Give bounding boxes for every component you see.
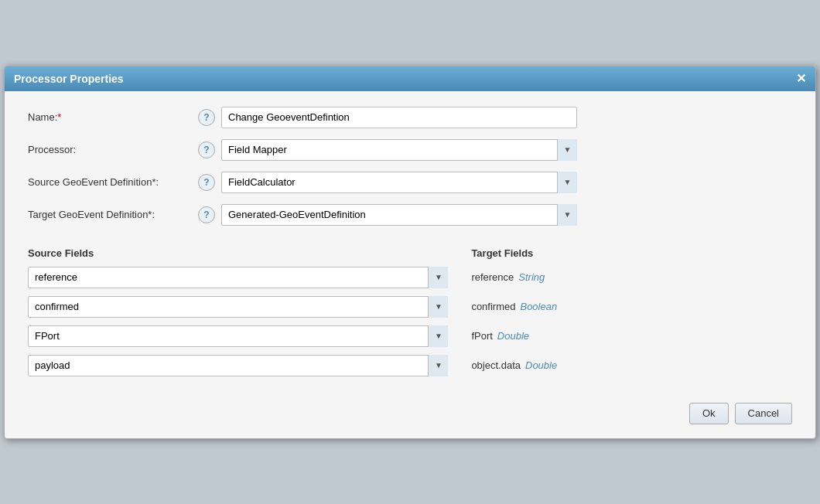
- name-row: Name:* ?: [28, 107, 792, 128]
- target-field-row-3: object.data Double: [471, 355, 792, 376]
- processor-select-wrapper: Field Mapper ▼: [221, 139, 577, 161]
- close-icon[interactable]: ✕: [796, 73, 806, 85]
- source-fields-title: Source Fields: [28, 247, 448, 259]
- source-field-row-3: payload ▼: [28, 355, 448, 376]
- source-field-row-0: reference ▼: [28, 267, 448, 288]
- source-geoevent-row: Source GeoEvent Definition*: ? FieldCalc…: [28, 172, 792, 193]
- source-field-row-2: FPort ▼: [28, 325, 448, 347]
- target-geoevent-row: Target GeoEvent Definition*: ? Generated…: [28, 204, 792, 226]
- source-geoevent-label: Source GeoEvent Definition*:: [28, 176, 198, 188]
- target-field-name-1: confirmed: [471, 301, 515, 312]
- target-field-type-1: Boolean: [520, 301, 557, 312]
- source-field-select-wrapper-1: confirmed ▼: [28, 296, 448, 318]
- cancel-button[interactable]: Cancel: [735, 403, 792, 424]
- target-field-name-2: fPort: [471, 330, 492, 342]
- name-help-icon[interactable]: ?: [198, 109, 215, 126]
- processor-properties-dialog: Processor Properties ✕ Name:* ? Processo…: [4, 66, 816, 439]
- target-field-name-3: object.data: [471, 359, 521, 371]
- source-field-select-1[interactable]: confirmed: [28, 296, 448, 318]
- source-geoevent-select[interactable]: FieldCalculator: [221, 172, 577, 193]
- source-field-select-wrapper-3: payload ▼: [28, 355, 448, 376]
- target-field-row-0: reference String: [471, 267, 792, 288]
- source-field-select-2[interactable]: FPort: [28, 325, 448, 347]
- source-geoevent-select-wrapper: FieldCalculator ▼: [221, 172, 577, 193]
- target-field-row-1: confirmed Boolean: [471, 296, 792, 318]
- target-geoevent-select[interactable]: Generated-GeoEventDefinition: [221, 204, 577, 226]
- dialog-footer: Ok Cancel: [5, 392, 815, 438]
- name-label: Name:*: [28, 111, 198, 123]
- processor-help-icon[interactable]: ?: [198, 141, 215, 158]
- target-field-row-2: fPort Double: [471, 325, 792, 347]
- dialog-title: Processor Properties: [14, 73, 124, 85]
- source-field-select-wrapper-0: reference ▼: [28, 267, 448, 288]
- processor-select[interactable]: Field Mapper: [221, 139, 577, 161]
- target-field-type-2: Double: [497, 330, 529, 342]
- dialog-header: Processor Properties ✕: [5, 66, 815, 91]
- target-field-name-0: reference: [471, 271, 514, 283]
- fields-section: Source Fields reference ▼ confirmed: [28, 247, 792, 384]
- source-geoevent-help-icon[interactable]: ?: [198, 174, 215, 191]
- processor-label: Processor:: [28, 144, 198, 155]
- target-fields-title: Target Fields: [471, 247, 792, 259]
- processor-row: Processor: ? Field Mapper ▼: [28, 139, 792, 161]
- name-input[interactable]: [221, 107, 577, 128]
- target-field-type-3: Double: [525, 359, 557, 371]
- target-geoevent-label: Target GeoEvent Definition*:: [28, 209, 198, 220]
- source-fields-column: Source Fields reference ▼ confirmed: [28, 247, 448, 384]
- target-geoevent-help-icon[interactable]: ?: [198, 206, 215, 223]
- source-field-select-wrapper-2: FPort ▼: [28, 325, 448, 347]
- target-fields-column: Target Fields reference String confirmed…: [448, 247, 792, 384]
- target-geoevent-select-wrapper: Generated-GeoEventDefinition ▼: [221, 204, 577, 226]
- source-field-select-0[interactable]: reference: [28, 267, 448, 288]
- ok-button[interactable]: Ok: [689, 403, 729, 424]
- source-field-select-3[interactable]: payload: [28, 355, 448, 376]
- source-field-row-1: confirmed ▼: [28, 296, 448, 318]
- dialog-body: Name:* ? Processor: ? Field Mapper ▼ Sou…: [5, 91, 815, 392]
- target-field-type-0: String: [518, 271, 545, 283]
